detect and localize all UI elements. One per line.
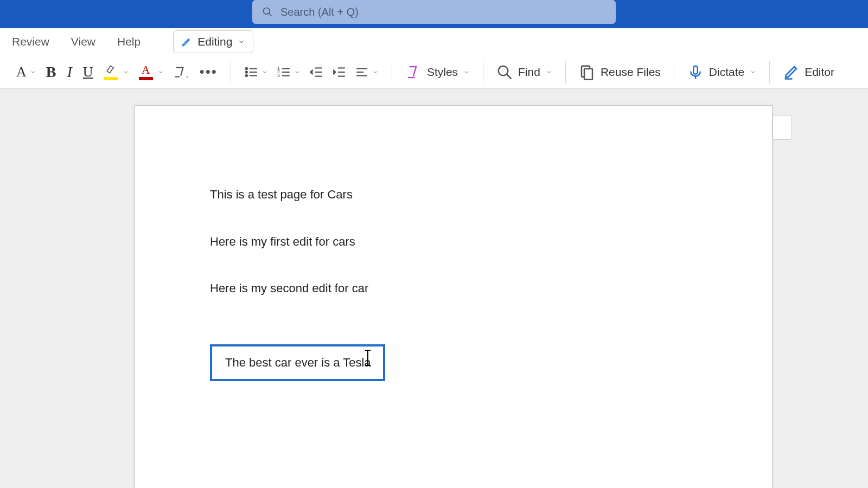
tab-review[interactable]: Review bbox=[12, 35, 49, 48]
editing-mode-button[interactable]: Editing bbox=[173, 30, 253, 53]
bullet-list-icon bbox=[244, 65, 258, 79]
paragraph[interactable]: This is a test page for Cars bbox=[210, 187, 697, 203]
styles-icon bbox=[405, 64, 422, 80]
paragraph[interactable]: Here is my first edit for cars bbox=[210, 234, 697, 250]
clear-format-icon bbox=[173, 65, 187, 79]
font-color-button[interactable]: A bbox=[133, 61, 168, 84]
numbered-list-icon: 1 2 3 bbox=[277, 65, 291, 79]
editor-button[interactable]: Editor bbox=[778, 61, 839, 84]
editing-mode-label: Editing bbox=[197, 35, 232, 48]
chevron-down-icon bbox=[238, 38, 245, 46]
reuse-files-label: Reuse Files bbox=[601, 66, 661, 79]
reuse-files-icon bbox=[579, 64, 595, 80]
ribbon-tab-row: Review View Help Editing bbox=[0, 28, 868, 55]
title-bar: Search (Alt + Q) bbox=[0, 0, 868, 28]
styles-button[interactable]: Styles bbox=[401, 61, 474, 84]
more-formatting-button[interactable]: ••• bbox=[195, 63, 222, 80]
outdent-icon bbox=[309, 65, 323, 79]
numbered-list-button[interactable]: 1 2 3 bbox=[272, 62, 305, 82]
font-size-button[interactable]: A bbox=[12, 61, 41, 84]
italic-button[interactable]: I bbox=[61, 63, 77, 81]
text-cursor-icon bbox=[367, 351, 368, 365]
svg-rect-26 bbox=[584, 68, 592, 79]
ribbon-toolbar: A B I U A ••• 1 2 bbox=[0, 55, 868, 89]
chevron-down-icon bbox=[750, 69, 756, 75]
clear-formatting-button[interactable] bbox=[168, 62, 195, 82]
find-label: Find bbox=[518, 66, 540, 79]
microphone-icon bbox=[687, 64, 704, 80]
svg-point-2 bbox=[246, 67, 247, 69]
find-button[interactable]: Find bbox=[492, 61, 557, 84]
text-box[interactable]: The best car ever is a Tesla bbox=[210, 344, 385, 382]
svg-point-6 bbox=[246, 74, 247, 76]
side-panel-stub[interactable] bbox=[773, 115, 792, 140]
indent-icon bbox=[332, 65, 346, 79]
chevron-down-icon bbox=[30, 69, 36, 75]
search-box[interactable]: Search (Alt + Q) bbox=[252, 0, 616, 24]
find-icon bbox=[496, 64, 513, 80]
paragraph[interactable]: Here is my second edit for car bbox=[210, 281, 697, 297]
chevron-down-icon bbox=[157, 69, 164, 75]
eraser-accent-icon bbox=[186, 73, 191, 79]
dictate-button[interactable]: Dictate bbox=[683, 61, 761, 84]
pen-icon bbox=[181, 36, 192, 47]
styles-label: Styles bbox=[427, 66, 458, 79]
highlight-icon bbox=[103, 64, 119, 80]
underline-button[interactable]: U bbox=[78, 64, 99, 80]
tab-view[interactable]: View bbox=[71, 35, 95, 48]
chevron-down-icon bbox=[372, 69, 379, 75]
svg-point-23 bbox=[499, 66, 508, 75]
chevron-down-icon bbox=[294, 69, 301, 75]
font-color-icon: A bbox=[138, 64, 154, 80]
align-button[interactable] bbox=[350, 62, 383, 82]
svg-line-1 bbox=[269, 14, 272, 16]
chevron-down-icon bbox=[463, 69, 470, 75]
document-canvas[interactable]: This is a test page for Cars Here is my … bbox=[0, 89, 868, 488]
decrease-indent-button[interactable] bbox=[305, 62, 328, 82]
chevron-down-icon bbox=[123, 69, 129, 75]
text-box-content[interactable]: The best car ever is a Tesla bbox=[225, 356, 371, 369]
svg-text:3: 3 bbox=[277, 72, 280, 78]
svg-point-4 bbox=[246, 71, 247, 73]
reuse-files-button[interactable]: Reuse Files bbox=[575, 61, 665, 84]
chevron-down-icon bbox=[261, 69, 268, 75]
editor-icon bbox=[783, 64, 799, 80]
svg-line-24 bbox=[507, 74, 512, 79]
search-placeholder: Search (Alt + Q) bbox=[280, 6, 359, 18]
svg-point-0 bbox=[264, 8, 270, 15]
tab-help[interactable]: Help bbox=[117, 35, 141, 48]
bulleted-list-button[interactable] bbox=[240, 62, 272, 82]
increase-indent-button[interactable] bbox=[328, 62, 350, 82]
editor-label: Editor bbox=[805, 66, 834, 79]
svg-rect-27 bbox=[693, 66, 698, 74]
dictate-label: Dictate bbox=[709, 66, 744, 79]
document-page[interactable]: This is a test page for Cars Here is my … bbox=[135, 105, 773, 488]
search-icon bbox=[262, 7, 273, 17]
align-icon bbox=[355, 65, 369, 79]
highlight-button[interactable] bbox=[99, 61, 133, 84]
chevron-down-icon bbox=[546, 69, 552, 75]
bold-button[interactable]: B bbox=[41, 63, 62, 81]
